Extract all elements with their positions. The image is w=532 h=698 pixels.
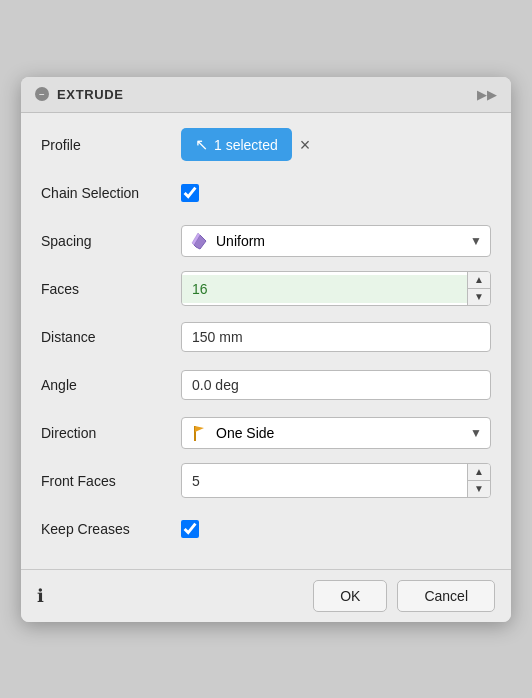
dialog-content: Profile ↖ 1 selected × Chain Selection S… (21, 113, 511, 569)
front-faces-decrement-button[interactable]: ▼ (468, 481, 490, 497)
faces-row: Faces ▲ ▼ (41, 271, 491, 307)
front-faces-spinner-buttons: ▲ ▼ (467, 464, 490, 497)
expand-arrows-icon[interactable]: ▶▶ (477, 87, 497, 102)
front-faces-label: Front Faces (41, 473, 181, 489)
keep-creases-checkbox[interactable] (181, 520, 199, 538)
title-left: − EXTRUDE (35, 87, 124, 102)
distance-input[interactable] (181, 322, 491, 352)
title-bar: − EXTRUDE ▶▶ (21, 77, 511, 113)
angle-control (181, 370, 491, 400)
cursor-icon: ↖ (195, 135, 208, 154)
dialog-footer: ℹ OK Cancel (21, 569, 511, 622)
profile-clear-button[interactable]: × (300, 136, 311, 154)
direction-value: One Side (216, 425, 274, 441)
keep-creases-label: Keep Creases (41, 521, 181, 537)
spacing-control: Uniform ▼ (181, 225, 491, 257)
profile-label: Profile (41, 137, 181, 153)
faces-control: ▲ ▼ (181, 271, 491, 306)
direction-label: Direction (41, 425, 181, 441)
profile-button-text: 1 selected (214, 137, 278, 153)
info-button[interactable]: ℹ (37, 585, 44, 607)
front-faces-increment-button[interactable]: ▲ (468, 464, 490, 481)
ok-button[interactable]: OK (313, 580, 387, 612)
direction-dropdown[interactable]: One Side ▼ (181, 417, 491, 449)
angle-input[interactable] (181, 370, 491, 400)
svg-marker-3 (195, 426, 204, 432)
faces-increment-button[interactable]: ▲ (468, 272, 490, 289)
spacing-value: Uniform (216, 233, 265, 249)
spacing-dropdown-arrow: ▼ (470, 234, 482, 248)
dialog-title: EXTRUDE (57, 87, 124, 102)
faces-label: Faces (41, 281, 181, 297)
distance-row: Distance (41, 319, 491, 355)
minimize-icon[interactable]: − (35, 87, 49, 101)
front-faces-input[interactable] (182, 467, 467, 495)
front-faces-control: ▲ ▼ (181, 463, 491, 498)
spacing-label: Spacing (41, 233, 181, 249)
angle-row: Angle (41, 367, 491, 403)
distance-label: Distance (41, 329, 181, 345)
faces-spinner: ▲ ▼ (181, 271, 491, 306)
chain-selection-row: Chain Selection (41, 175, 491, 211)
spacing-dropdown[interactable]: Uniform ▼ (181, 225, 491, 257)
front-faces-spinner: ▲ ▼ (181, 463, 491, 498)
chain-selection-checkbox[interactable] (181, 184, 199, 202)
profile-button[interactable]: ↖ 1 selected (181, 128, 292, 161)
front-faces-row: Front Faces ▲ ▼ (41, 463, 491, 499)
direction-icon (190, 423, 210, 443)
profile-row: Profile ↖ 1 selected × (41, 127, 491, 163)
distance-control (181, 322, 491, 352)
spacing-row: Spacing Uniform ▼ (41, 223, 491, 259)
faces-input[interactable] (182, 275, 467, 303)
angle-label: Angle (41, 377, 181, 393)
profile-control: ↖ 1 selected × (181, 128, 491, 161)
direction-dropdown-arrow: ▼ (470, 426, 482, 440)
cancel-button[interactable]: Cancel (397, 580, 495, 612)
faces-spinner-buttons: ▲ ▼ (467, 272, 490, 305)
spacing-icon (190, 231, 210, 251)
faces-decrement-button[interactable]: ▼ (468, 289, 490, 305)
keep-creases-row: Keep Creases (41, 511, 491, 547)
extrude-dialog: − EXTRUDE ▶▶ Profile ↖ 1 selected × Chai… (21, 77, 511, 622)
keep-creases-control (181, 520, 491, 538)
direction-row: Direction One Side ▼ (41, 415, 491, 451)
chain-selection-label: Chain Selection (41, 185, 181, 201)
footer-buttons: OK Cancel (313, 580, 495, 612)
direction-control: One Side ▼ (181, 417, 491, 449)
chain-selection-control (181, 184, 491, 202)
